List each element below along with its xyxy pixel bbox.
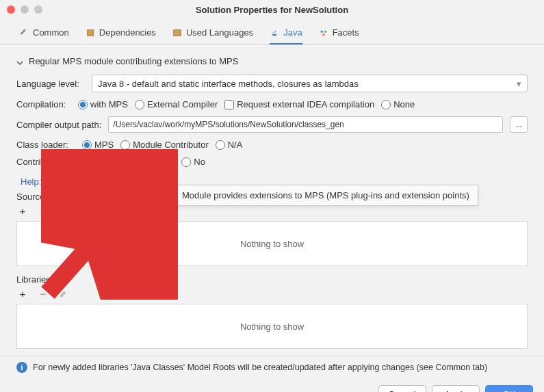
tab-label: Common <box>33 27 69 38</box>
dialog-buttons: Cancel Apply OK <box>0 378 544 392</box>
classloader-mps[interactable]: MPS <box>82 140 114 150</box>
info-icon: i <box>16 362 27 373</box>
class-loader-label: Class loader: <box>16 140 75 150</box>
tabs: Common Dependencies Used Languages Java … <box>0 19 544 45</box>
section-header[interactable]: Regular MPS module contributing extensio… <box>16 56 528 66</box>
tab-common[interactable]: Common <box>19 27 69 44</box>
tab-facets[interactable]: Facets <box>319 27 359 44</box>
source-paths-panel: Nothing to show <box>16 221 528 266</box>
libraries-empty: Nothing to show <box>240 322 304 332</box>
class-loader-row: Class loader: MPS Module Contributor N/A <box>16 140 528 150</box>
language-level-value: Java 8 - default and static interface me… <box>98 79 359 89</box>
classloader-mps-radio[interactable] <box>82 140 92 150</box>
svg-rect-0 <box>87 29 93 36</box>
add-library-button[interactable]: + <box>16 287 29 300</box>
compilation-external-radio[interactable] <box>135 100 144 109</box>
help-link[interactable]: Help: master the Java facet settings <box>21 177 162 187</box>
info-text: For newly added libraries 'Java Classes'… <box>33 363 487 372</box>
tab-dependencies[interactable]: Dependencies <box>86 27 156 44</box>
svg-point-2 <box>320 30 323 33</box>
section-title: Regular MPS module contributing extensio… <box>29 56 238 66</box>
classloader-contributor-radio[interactable] <box>120 140 130 150</box>
contributes-label: Contributes extensions to MPS: <box>16 157 141 167</box>
wrench-icon <box>19 28 29 38</box>
compilation-request-idea-check[interactable] <box>224 100 234 109</box>
contributes-radio-group: Yes No <box>148 157 205 167</box>
titlebar: Solution Properties for NewSolution <box>0 0 544 19</box>
compilation-with-mps[interactable]: with MPS <box>78 99 128 109</box>
tooltip-text: Module provides extensions to MPS (MPS p… <box>182 190 469 200</box>
classloader-na[interactable]: N/A <box>216 140 243 150</box>
edit-source-path-button <box>57 205 70 217</box>
edit-library-button <box>57 287 70 300</box>
compilation-row: Compilation: with MPS External Compiler … <box>16 99 528 109</box>
apply-button[interactable]: Apply <box>432 385 480 392</box>
compilation-none-radio[interactable] <box>381 100 391 109</box>
tab-label: Java <box>283 27 302 38</box>
svg-point-3 <box>324 30 327 33</box>
caret-down-icon: ▾ <box>517 79 521 89</box>
svg-rect-1 <box>174 29 181 36</box>
language-level-select[interactable]: Java 8 - default and static interface me… <box>92 75 528 92</box>
tab-label: Used Languages <box>186 27 253 38</box>
class-loader-radio-group: MPS Module Contributor N/A <box>82 140 242 150</box>
compiler-output-label: Compiler output path: <box>16 120 101 130</box>
tab-label: Dependencies <box>99 27 156 38</box>
tab-used-languages[interactable]: Used Languages <box>172 27 253 44</box>
info-row: i For newly added libraries 'Java Classe… <box>0 356 544 378</box>
tab-java[interactable]: Java <box>270 27 302 44</box>
browse-button[interactable]: ... <box>510 116 528 133</box>
libraries-panel: Nothing to show <box>16 304 528 349</box>
compilation-radio-group: with MPS External Compiler Request exter… <box>78 99 415 109</box>
window-title: Solution Properties for NewSolution <box>0 5 544 15</box>
compilation-none[interactable]: None <box>381 99 415 109</box>
language-level-row: Language level: Java 8 - default and sta… <box>16 75 528 92</box>
cancel-button[interactable]: Cancel <box>378 385 426 392</box>
contributes-row: Contributes extensions to MPS: Yes No <box>16 157 528 167</box>
lang-icon <box>172 28 182 38</box>
svg-point-4 <box>322 33 325 36</box>
box-icon <box>86 28 95 38</box>
compilation-external[interactable]: External Compiler <box>135 99 218 109</box>
compiler-output-row: Compiler output path: ... <box>16 116 528 133</box>
compilation-label: Compilation: <box>16 99 71 109</box>
java-icon <box>270 28 279 38</box>
add-source-path-button[interactable]: + <box>16 205 29 217</box>
contributes-yes-radio[interactable] <box>148 157 157 167</box>
chevron-down-icon <box>16 58 23 65</box>
source-paths-empty: Nothing to show <box>240 239 304 249</box>
contributes-yes[interactable]: Yes <box>148 157 174 167</box>
facets-icon <box>319 28 328 38</box>
classloader-contributor[interactable]: Module Contributor <box>120 140 209 150</box>
tooltip: Module provides extensions to MPS (MPS p… <box>173 185 478 206</box>
compilation-request-idea[interactable]: Request external IDEA compilation <box>224 99 374 109</box>
libraries-toolbar: + − <box>16 285 528 302</box>
contributes-no[interactable]: No <box>181 157 205 167</box>
compiler-output-field[interactable] <box>108 116 503 133</box>
classloader-na-radio[interactable] <box>216 140 225 150</box>
compilation-with-mps-radio[interactable] <box>78 100 88 109</box>
tab-label: Facets <box>333 27 359 38</box>
language-level-label: Language level: <box>16 79 85 89</box>
remove-source-path-button: − <box>37 205 49 217</box>
remove-library-button: − <box>37 287 49 300</box>
contributes-no-radio[interactable] <box>181 157 191 167</box>
libraries-label: Libraries: <box>16 274 528 285</box>
ok-button[interactable]: OK <box>485 385 533 392</box>
